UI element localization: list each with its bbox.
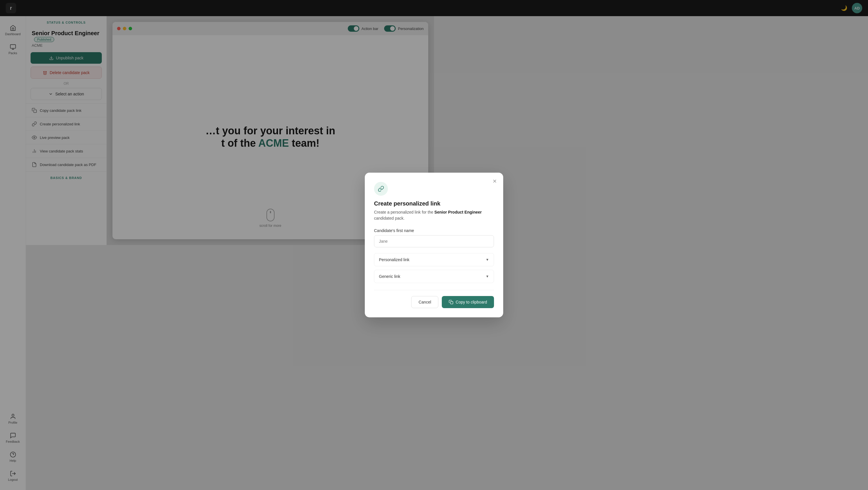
modal-icon-wrap (374, 182, 388, 196)
modal-description: Create a personalized link for the Senio… (374, 209, 434, 221)
modal-overlay[interactable]: ✕ Create personalized link Create a pers… (0, 0, 434, 245)
modal-title: Create personalized link (374, 200, 434, 207)
candidate-first-name-input[interactable] (374, 235, 434, 245)
modal-create-personalized-link: ✕ Create personalized link Create a pers… (365, 173, 434, 245)
modal-input-label: Candidate's first name (374, 228, 434, 233)
link-modal-icon (378, 186, 384, 192)
